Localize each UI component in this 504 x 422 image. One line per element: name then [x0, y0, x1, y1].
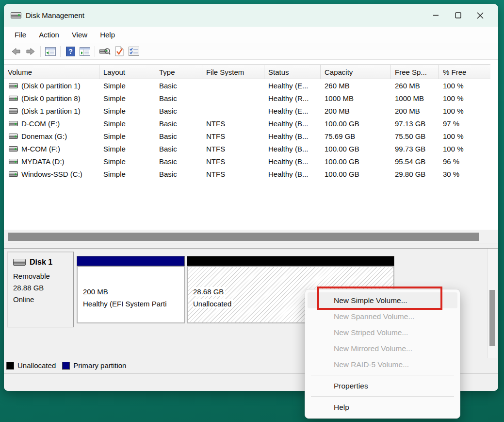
volume-name: (Disk 1 partition 1) — [21, 107, 81, 115]
check-document-icon — [115, 46, 124, 56]
volume-drive-icon — [9, 121, 18, 126]
disk-icon — [13, 259, 26, 266]
window-title: Disk Management — [26, 11, 84, 19]
column-header-percent-free[interactable]: % Free — [439, 65, 480, 79]
volume-drive-icon — [9, 159, 18, 164]
toolbar-separator — [40, 46, 41, 57]
menu-file[interactable]: File — [15, 28, 33, 41]
horizontal-scrollbar[interactable] — [4, 230, 498, 243]
table-row[interactable]: (Disk 1 partition 1) Simple Basic Health… — [4, 104, 490, 117]
task-checklist-icon — [129, 47, 139, 56]
close-icon — [477, 12, 484, 19]
volume-drive-icon — [9, 134, 18, 139]
table-header: Volume Layout Type File System Status Ca… — [4, 65, 490, 79]
menu-item-new-striped-volume: New Striped Volume... — [308, 324, 457, 340]
back-icon — [11, 48, 21, 55]
legend-primary-swatch — [62, 362, 70, 370]
menu-help[interactable]: Help — [94, 28, 121, 41]
column-header-file-system[interactable]: File System — [202, 65, 264, 79]
minimize-button[interactable] — [424, 6, 447, 25]
svg-text:?: ? — [68, 48, 73, 55]
minimize-icon — [433, 12, 439, 18]
show-console-tree-button[interactable] — [43, 45, 58, 58]
menu-item-new-mirrored-volume: New Mirrored Volume... — [308, 340, 457, 356]
disk1-panel[interactable]: Disk 1 Removable 28.88 GB Online — [7, 252, 74, 327]
partition-color-bar — [77, 256, 185, 266]
rescan-disks-button[interactable] — [98, 45, 112, 58]
menu-bar: File Action View Help — [4, 27, 498, 43]
horizontal-scrollbar-thumb[interactable] — [8, 233, 479, 241]
title-bar[interactable]: Disk Management — [4, 4, 498, 27]
maximize-icon — [455, 12, 461, 18]
menu-item-new-spanned-volume: New Spanned Volume... — [308, 308, 457, 324]
annotation-red-box — [317, 287, 442, 310]
volume-name: Windows-SSD (C:) — [21, 170, 82, 178]
partition-color-bar — [187, 256, 394, 266]
disk-management-app-icon — [11, 12, 21, 18]
table-row[interactable]: (Disk 0 partition 1) Simple Basic Health… — [4, 79, 490, 92]
volume-name: (Disk 0 partition 8) — [21, 94, 81, 102]
check-document-button[interactable] — [112, 45, 127, 58]
volume-name: D-COM (E:) — [21, 119, 60, 128]
volume-drive-icon — [9, 171, 18, 177]
legend-unallocated-label: Unallocated — [17, 361, 56, 370]
table-row[interactable]: D-COM (E:) Simple Basic NTFS Healthy (B.… — [4, 117, 490, 130]
column-header-free-space[interactable]: Free Sp... — [391, 65, 439, 79]
table-row[interactable]: Windows-SSD (C:) Simple Basic NTFS Healt… — [4, 168, 490, 180]
table-row[interactable]: M-COM (F:) Simple Basic NTFS Healthy (B.… — [4, 142, 490, 155]
table-row[interactable]: MYDATA (D:) Simple Basic NTFS Healthy (B… — [4, 155, 490, 168]
volume-name: (Disk 0 partition 1) — [21, 82, 81, 90]
column-header-type[interactable]: Type — [155, 65, 202, 79]
volume-drive-icon — [9, 83, 18, 88]
rescan-disks-icon — [99, 47, 111, 56]
column-header-capacity[interactable]: Capacity — [321, 65, 391, 79]
column-header-layout[interactable]: Layout — [99, 65, 155, 79]
menu-separator — [311, 375, 454, 375]
toolbar: ? — [4, 43, 498, 60]
column-header-volume[interactable]: Volume — [4, 65, 99, 79]
disk-type: Removable — [13, 270, 73, 282]
menu-separator — [311, 396, 454, 397]
table-row[interactable]: (Disk 0 partition 8) Simple Basic Health… — [4, 92, 490, 104]
toolbar-separator — [95, 46, 95, 57]
volume-drive-icon — [9, 96, 18, 101]
disk-name: Disk 1 — [30, 258, 52, 267]
menu-view[interactable]: View — [65, 28, 94, 41]
action-pane-icon — [80, 47, 90, 56]
partition-efi-block[interactable]: 200 MB Healthy (EFI System Parti — [77, 256, 185, 323]
volume-drive-icon — [9, 108, 18, 114]
table-body: (Disk 0 partition 1) Simple Basic Health… — [4, 79, 490, 180]
vertical-scrollbar[interactable] — [487, 249, 497, 358]
vertical-scrollbar-thumb[interactable] — [489, 290, 495, 346]
console-tree-icon — [45, 47, 56, 56]
close-button[interactable] — [469, 6, 491, 25]
column-header-filler — [480, 65, 490, 79]
pane-splitter[interactable] — [4, 243, 498, 249]
menu-item-new-raid5-volume: New RAID-5 Volume... — [308, 356, 457, 372]
partition-status: Healthy (EFI System Parti — [83, 298, 184, 310]
menu-action[interactable]: Action — [33, 28, 65, 41]
disk-size: 28.88 GB — [13, 282, 73, 294]
help-icon: ? — [66, 47, 75, 56]
volume-name: Donemax (G:) — [21, 132, 67, 140]
volume-name: MYDATA (D:) — [21, 157, 65, 166]
toolbar-separator — [60, 46, 61, 57]
disk-status: Online — [13, 294, 73, 305]
menu-item-properties[interactable]: Properties — [308, 378, 457, 394]
forward-button[interactable] — [23, 45, 38, 58]
show-action-pane-button[interactable] — [78, 45, 92, 58]
partition-size: 200 MB — [83, 286, 184, 298]
forward-icon — [26, 48, 35, 55]
column-header-status[interactable]: Status — [264, 65, 321, 79]
volume-name: M-COM (F:) — [21, 145, 60, 153]
legend-primary-label: Primary partition — [73, 361, 126, 370]
task-checklist-button[interactable] — [127, 45, 141, 58]
menu-item-help[interactable]: Help — [308, 399, 457, 415]
help-button[interactable]: ? — [63, 45, 78, 58]
table-row[interactable]: Donemax (G:) Simple Basic NTFS Healthy (… — [4, 130, 490, 142]
back-button[interactable] — [9, 45, 23, 58]
legend-unallocated-swatch — [6, 362, 14, 370]
volume-list-pane: Volume Layout Type File System Status Ca… — [4, 60, 498, 243]
maximize-button[interactable] — [447, 6, 469, 25]
volume-drive-icon — [9, 146, 18, 152]
